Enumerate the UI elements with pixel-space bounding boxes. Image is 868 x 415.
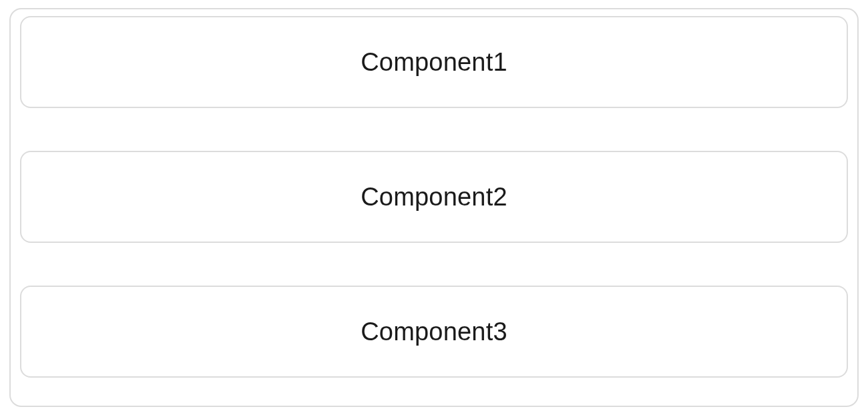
- component-box-2: Component2: [20, 151, 848, 243]
- component-box-3: Component3: [20, 286, 848, 378]
- component-label: Component1: [361, 48, 507, 77]
- component-label: Component2: [361, 183, 507, 212]
- component-label: Component3: [361, 318, 507, 346]
- container-box: Component1 Component2 Component3: [9, 8, 859, 407]
- component-box-1: Component1: [20, 16, 848, 108]
